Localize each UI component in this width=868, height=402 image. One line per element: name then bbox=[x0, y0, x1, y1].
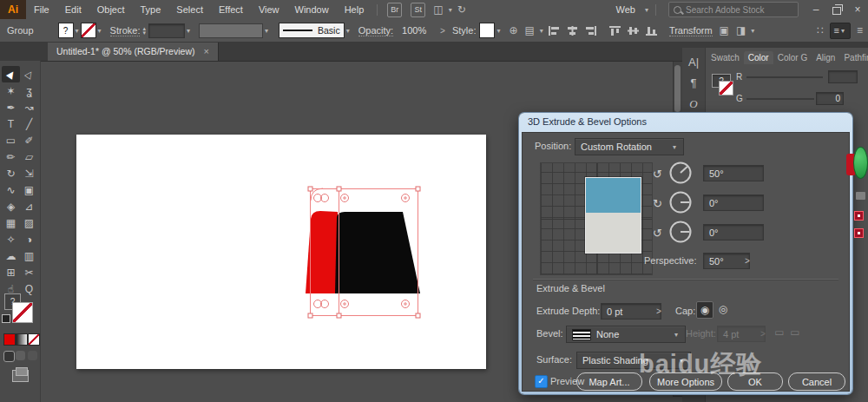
default-fill-stroke-icon[interactable] bbox=[2, 314, 10, 323]
draw-inside-mode-button[interactable] bbox=[28, 351, 37, 360]
fill-color-swatch[interactable]: ? bbox=[58, 23, 74, 38]
tab-align[interactable]: Align bbox=[812, 51, 839, 64]
selection-tool[interactable]: ▶ bbox=[2, 66, 20, 82]
eraser-tool[interactable]: ▱ bbox=[20, 148, 38, 165]
color-button[interactable] bbox=[3, 333, 16, 346]
scrollbar-thumb[interactable] bbox=[674, 65, 681, 112]
rectangle-tool[interactable]: ▭ bbox=[2, 132, 20, 148]
opacity-label[interactable]: Opacity: bbox=[358, 25, 393, 36]
none-button[interactable] bbox=[28, 333, 40, 346]
rotate-tool[interactable]: ↻ bbox=[2, 165, 20, 181]
width-profile-dropdown[interactable] bbox=[199, 23, 263, 38]
document-setup-globe-icon[interactable]: ⊕ bbox=[509, 24, 517, 36]
paintbrush-tool[interactable]: ✐ bbox=[20, 132, 38, 148]
chevron-down-icon[interactable]: ▾ bbox=[76, 27, 79, 35]
cap-off-button[interactable]: ◎ bbox=[715, 301, 731, 317]
artboard-tool[interactable]: ⊞ bbox=[2, 264, 20, 280]
brush-definition-dropdown[interactable]: Basic bbox=[279, 23, 345, 38]
menu-select[interactable]: Select bbox=[168, 0, 211, 19]
pencil-tool[interactable]: ✏ bbox=[2, 148, 20, 165]
close-tab-icon[interactable]: × bbox=[203, 46, 208, 56]
type-tool[interactable]: T bbox=[2, 115, 20, 132]
close-button[interactable]: × bbox=[847, 0, 868, 19]
chevron-down-icon[interactable]: ▾ bbox=[645, 6, 648, 14]
chevron-down-icon[interactable]: ▾ bbox=[540, 27, 543, 35]
align-middle-icon[interactable] bbox=[627, 25, 640, 36]
isolate-selection-icon[interactable]: ◨ bbox=[736, 24, 746, 36]
opacity-slider-arrow[interactable]: > bbox=[440, 26, 445, 36]
character-panel-icon[interactable]: A| bbox=[682, 56, 705, 69]
bridge-icon[interactable]: Br bbox=[387, 3, 402, 17]
document-setup-icon[interactable]: ▤ bbox=[525, 24, 535, 36]
slice-tool[interactable]: ✂ bbox=[20, 264, 38, 280]
rotate-z-dial[interactable] bbox=[668, 220, 693, 244]
rotate-y-field[interactable]: 0° bbox=[703, 194, 764, 211]
shape-builder-tool[interactable]: ◈ bbox=[2, 198, 20, 214]
opentype-panel-icon[interactable]: O bbox=[682, 97, 705, 111]
transform-link[interactable]: Transform bbox=[669, 25, 713, 36]
align-right-icon[interactable] bbox=[584, 25, 597, 36]
symbol-sprayer-tool[interactable]: ☁ bbox=[2, 247, 20, 264]
tab-color-guide[interactable]: Color G bbox=[773, 51, 812, 64]
document-tab[interactable]: Untitled-1* @ 50% (RGB/Preview) × bbox=[48, 42, 219, 61]
ok-button[interactable]: OK bbox=[727, 372, 783, 391]
menu-object[interactable]: Object bbox=[89, 0, 133, 19]
stroke-weight-field[interactable] bbox=[148, 23, 185, 38]
zoom-tool[interactable]: Q bbox=[20, 280, 38, 297]
gradient-button[interactable] bbox=[16, 333, 28, 346]
menu-help[interactable]: Help bbox=[337, 0, 372, 19]
screen-mode-button[interactable] bbox=[12, 370, 29, 382]
stroke-indicator[interactable] bbox=[12, 302, 33, 323]
menu-type[interactable]: Type bbox=[133, 0, 169, 19]
stock-icon[interactable]: St bbox=[411, 3, 425, 17]
grid-view-icon[interactable]: ∷ bbox=[817, 24, 824, 36]
panel-options-button[interactable]: ≡ ▾ bbox=[830, 23, 851, 39]
green-channel-value[interactable]: 0 bbox=[816, 92, 844, 105]
opacity-value[interactable]: 100% bbox=[397, 23, 437, 38]
draw-normal-mode-button[interactable] bbox=[3, 351, 15, 362]
red-channel-slider[interactable] bbox=[746, 76, 823, 78]
cap-on-button[interactable]: ◉ bbox=[696, 301, 713, 319]
menu-window[interactable]: Window bbox=[287, 0, 337, 19]
green-channel-slider[interactable] bbox=[746, 98, 814, 100]
stroke-color-swatch[interactable] bbox=[81, 23, 96, 38]
align-center-icon[interactable] bbox=[566, 25, 579, 36]
cube-preview[interactable] bbox=[585, 177, 641, 254]
tab-pathfinder[interactable]: Pathfin bbox=[839, 51, 868, 64]
shape-black-front[interactable] bbox=[335, 212, 420, 293]
rotate-y-dial[interactable] bbox=[668, 190, 693, 214]
minimize-button[interactable]: – bbox=[806, 0, 826, 19]
red-channel-value[interactable] bbox=[828, 70, 858, 83]
draw-behind-mode-button[interactable] bbox=[16, 351, 25, 360]
menu-view[interactable]: View bbox=[251, 0, 287, 19]
color-stroke-indicator[interactable] bbox=[719, 81, 733, 96]
bevel-dropdown[interactable]: None ▾ bbox=[566, 326, 686, 343]
gradient-tool[interactable]: ▨ bbox=[20, 214, 38, 231]
chevron-down-icon[interactable]: ▾ bbox=[265, 27, 268, 35]
chevron-down-icon[interactable]: ▾ bbox=[346, 27, 350, 35]
magic-wand-tool[interactable]: ✶ bbox=[2, 82, 20, 99]
tab-color[interactable]: Color bbox=[744, 51, 773, 64]
chevron-down-icon[interactable]: ▾ bbox=[449, 6, 452, 14]
eyedropper-tool[interactable]: ✧ bbox=[2, 231, 20, 247]
scale-tool[interactable]: ⇲ bbox=[20, 165, 38, 181]
paragraph-panel-icon[interactable]: ¶ bbox=[682, 76, 705, 89]
free-transform-icon[interactable]: ▣ bbox=[720, 24, 729, 36]
menu-file[interactable]: File bbox=[26, 0, 57, 19]
workspace-switcher[interactable]: Web bbox=[608, 0, 643, 19]
menu-edit[interactable]: Edit bbox=[57, 0, 89, 19]
perspective-slider-arrow[interactable]: > bbox=[741, 253, 753, 269]
chevron-down-icon[interactable]: ▾ bbox=[187, 27, 190, 35]
preview-checkbox[interactable]: ✓ bbox=[535, 375, 548, 388]
column-graph-tool[interactable]: ▥ bbox=[20, 247, 38, 264]
step-down-icon[interactable]: ▾ bbox=[142, 30, 146, 35]
restore-button[interactable] bbox=[826, 0, 847, 19]
search-input[interactable]: Search Adobe Stock bbox=[668, 2, 799, 17]
list-view-icon[interactable]: ≡ bbox=[857, 24, 863, 36]
chevron-down-icon[interactable]: ▾ bbox=[751, 27, 754, 35]
perspective-grid-tool[interactable]: ⊿ bbox=[20, 198, 38, 214]
style-swatch[interactable] bbox=[479, 23, 495, 38]
map-art-button[interactable]: Map Art... bbox=[576, 372, 642, 391]
free-transform-tool[interactable]: ▣ bbox=[20, 181, 38, 198]
stroke-weight-stepper[interactable]: ▴ ▾ bbox=[142, 26, 146, 35]
